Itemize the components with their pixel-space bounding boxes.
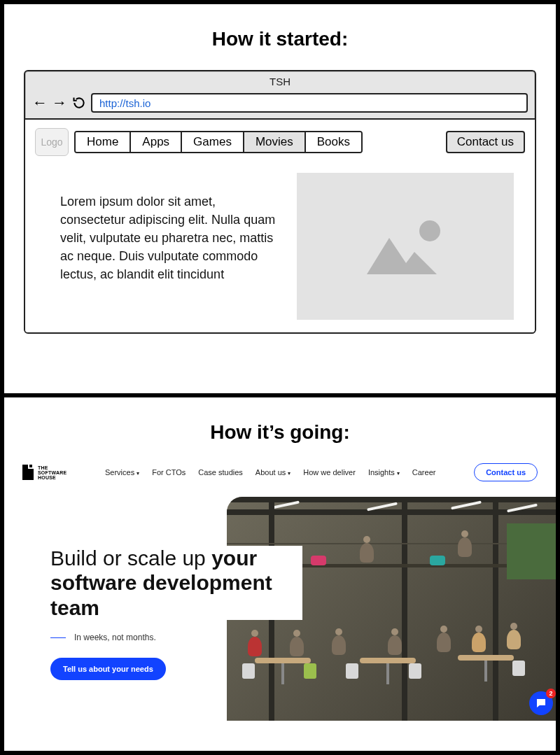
main-nav: Services▾ For CTOs Case studies About us… [79,468,461,477]
wireframe-page: Logo Home Apps Games Movies Books Contac… [25,118,535,332]
logo-text: THE SOFTWARE HOUSE [38,465,66,480]
chat-badge: 2 [546,689,556,698]
hero-text: Build or scale up your software developm… [50,546,302,680]
nav-tabs: Home Apps Games Movies Books [74,131,363,153]
nav-how-we-deliver[interactable]: How we deliver [303,468,356,477]
nav-tab-games[interactable]: Games [182,132,244,152]
panel-how-its-going: How it’s going: THE SOFTWARE HOUSE Servi… [0,397,560,755]
chevron-down-icon: ▾ [397,470,400,477]
hero-section: 2 Build or scale up your software develo… [22,497,538,728]
forward-button[interactable]: → [52,95,67,111]
site-header: THE SOFTWARE HOUSE Services▾ For CTOs Ca… [22,463,538,491]
image-placeholder [297,173,514,320]
nav-services[interactable]: Services▾ [105,468,139,477]
refresh-button[interactable] [71,95,87,111]
wireframe-browser: TSH ← → http://tsh.io Logo Home [24,70,536,334]
image-placeholder-icon [360,211,451,281]
chevron-down-icon: ▾ [288,470,290,477]
chat-fab[interactable]: 2 [529,691,553,715]
logo-mark-icon [22,465,34,480]
body-text: Lorem ipsum dolor sit amet, consectetur … [60,173,280,283]
header-contact-button[interactable]: Contact us [474,463,538,481]
refresh-icon [72,96,86,110]
svg-point-0 [419,220,440,241]
contact-us-button[interactable]: Contact us [446,131,525,153]
nav-career[interactable]: Career [412,468,436,477]
panel-how-it-started: How it started: TSH ← → http://tsh.io Lo… [0,0,560,397]
accent-line-icon [50,637,66,638]
nav-insights[interactable]: Insights▾ [368,468,400,477]
url-bar[interactable]: http://tsh.io [91,93,528,113]
heading-going: How it’s going: [22,421,538,444]
hero-title: Build or scale up your software developm… [50,546,302,620]
nav-about-us[interactable]: About us▾ [255,468,290,477]
nav-tab-movies[interactable]: Movies [244,132,306,152]
nav-case-studies[interactable]: Case studies [198,468,243,477]
logo-placeholder: Logo [35,128,69,156]
browser-toolbar: ← → http://tsh.io [25,90,535,118]
chat-icon [535,697,547,710]
heading-started: How it started: [24,28,536,50]
chevron-down-icon: ▾ [136,470,139,477]
site-logo[interactable]: THE SOFTWARE HOUSE [22,465,66,480]
nav-tab-home[interactable]: Home [76,132,131,152]
nav-tab-books[interactable]: Books [306,132,361,152]
nav-for-ctos[interactable]: For CTOs [152,468,186,477]
nav-tab-apps[interactable]: Apps [131,132,182,152]
url-text: http://tsh.io [99,97,150,109]
back-button[interactable]: ← [32,95,48,111]
hero-subtitle: In weeks, not months. [50,633,302,642]
hero-cta-button[interactable]: Tell us about your needs [50,658,166,680]
browser-title: TSH [25,71,535,90]
